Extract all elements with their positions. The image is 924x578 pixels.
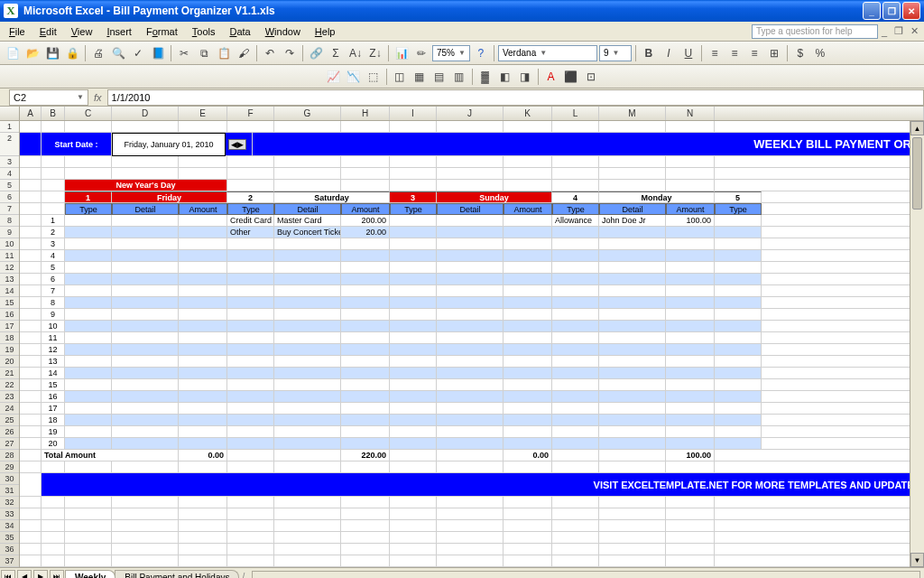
col-K[interactable]: K [504,107,552,120]
menu-tools[interactable]: Tools [185,24,223,39]
col-M[interactable]: M [599,107,666,120]
row-10[interactable]: 10 [0,238,19,250]
menu-data[interactable]: Data [222,24,257,39]
scroll-thumb[interactable] [912,137,922,210]
scroll-down-button[interactable]: ▼ [910,553,924,567]
open-icon[interactable]: 📂 [23,44,42,62]
tab-bill-payment[interactable]: Bill Payment and Holidays [115,570,239,579]
row-26[interactable]: 26 [0,426,19,438]
autosum-icon[interactable]: Σ [327,44,345,62]
chart-btn-2[interactable]: 📉 [345,68,363,86]
col-J[interactable]: J [437,107,504,120]
align-right-icon[interactable]: ≡ [745,44,763,62]
row-22[interactable]: 22 [0,379,19,391]
row-37[interactable]: 37 [0,555,19,567]
help-search-input[interactable]: Type a question for help [752,24,878,39]
tab-last-button[interactable]: ⏭ [50,570,64,579]
paste-icon[interactable]: 📋 [215,44,233,62]
menu-format[interactable]: Format [139,24,185,39]
permission-icon[interactable]: 🔒 [63,44,81,62]
chart-btn-11[interactable]: ⬛ [562,68,580,86]
help-icon[interactable]: ? [472,44,490,62]
tab-weekly[interactable]: Weekly [65,570,116,579]
row-7[interactable]: 7 [0,203,19,215]
menu-window[interactable]: Window [258,24,308,39]
chart-btn-8[interactable]: ▓ [476,68,494,86]
merge-icon[interactable]: ⊞ [765,44,783,62]
row-4[interactable]: 4 [0,168,19,180]
scroll-up-button[interactable]: ▲ [910,121,924,135]
col-D[interactable]: D [112,107,179,120]
chart-btn-6[interactable]: ▤ [430,68,448,86]
menu-help[interactable]: Help [308,24,343,39]
col-N[interactable]: N [666,107,715,120]
row-36[interactable]: 36 [0,544,19,555]
row-14[interactable]: 14 [0,285,19,297]
row-17[interactable]: 17 [0,321,19,332]
menu-file[interactable]: File [2,24,32,39]
row-12[interactable]: 12 [0,262,19,274]
chart-btn-4[interactable]: ◫ [391,68,409,86]
col-F[interactable]: F [227,107,274,120]
horizontal-scrollbar[interactable] [252,571,920,579]
row-33[interactable]: 33 [0,508,19,520]
row-15[interactable]: 15 [0,297,19,309]
row-18[interactable]: 18 [0,332,19,344]
undo-icon[interactable]: ↶ [261,44,279,62]
name-box[interactable]: C2▼ [9,89,88,106]
doc-close-button[interactable]: ✕ [907,25,922,37]
formula-input[interactable]: 1/1/2010 [107,89,924,106]
preview-icon[interactable]: 🔍 [109,44,127,62]
row-31[interactable]: 31 [0,485,19,497]
chart-btn-12[interactable]: ⊡ [582,68,600,86]
chart-btn-7[interactable]: ▥ [450,68,468,86]
menu-insert[interactable]: Insert [99,24,139,39]
menu-edit[interactable]: Edit [32,24,64,39]
sort-asc-icon[interactable]: A↓ [346,44,365,62]
row-13[interactable]: 13 [0,274,19,285]
close-button[interactable]: ✕ [902,2,920,20]
menu-view[interactable]: View [64,24,100,39]
chart-btn-3[interactable]: ⬚ [365,68,383,86]
col-H[interactable]: H [341,107,390,120]
font-color-icon[interactable]: A [542,68,560,86]
row-24[interactable]: 24 [0,403,19,415]
zoom-select[interactable]: 75%▼ [432,45,470,61]
row-8[interactable]: 8 [0,215,19,227]
doc-restore-button[interactable]: ❐ [891,25,907,37]
col-C[interactable]: C [65,107,112,120]
fontsize-select[interactable]: 9▼ [599,45,632,61]
chart-btn-9[interactable]: ◧ [496,68,514,86]
minimize-button[interactable]: _ [863,2,881,20]
maximize-button[interactable]: ❐ [882,2,901,20]
format-painter-icon[interactable]: 🖌 [235,44,253,62]
drawing-icon[interactable]: ✏ [412,44,430,62]
doc-minimize-button[interactable]: _ [878,26,891,37]
select-all-corner[interactable] [0,107,20,120]
align-center-icon[interactable]: ≡ [725,44,744,62]
col-I[interactable]: I [390,107,437,120]
row-3[interactable]: 3 [0,156,19,168]
row-16[interactable]: 16 [0,309,19,321]
tab-first-button[interactable]: ⏮ [1,570,15,579]
spelling-icon[interactable]: ✓ [129,44,147,62]
sort-desc-icon[interactable]: Z↓ [366,44,384,62]
row-9[interactable]: 9 [0,227,19,238]
row-28[interactable]: 28 [0,450,19,461]
row-5[interactable]: 5 [0,180,19,191]
cut-icon[interactable]: ✂ [175,44,193,62]
row-19[interactable]: 19 [0,344,19,356]
chart-btn-10[interactable]: ◨ [516,68,534,86]
row-21[interactable]: 21 [0,368,19,379]
currency-icon[interactable]: $ [791,44,809,62]
bold-button[interactable]: B [640,44,658,62]
row-34[interactable]: 34 [0,520,19,532]
italic-button[interactable]: I [660,44,678,62]
row-20[interactable]: 20 [0,356,19,368]
redo-icon[interactable]: ↷ [281,44,299,62]
row-32[interactable]: 32 [0,497,19,508]
col-L[interactable]: L [552,107,599,120]
row-29[interactable]: 29 [0,461,19,473]
hyperlink-icon[interactable]: 🔗 [307,44,325,62]
row-6[interactable]: 6 [0,191,19,203]
